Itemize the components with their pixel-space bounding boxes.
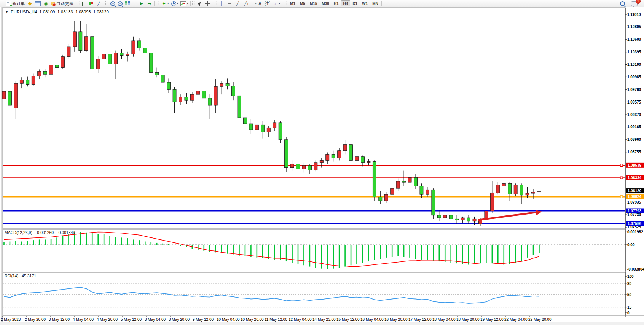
candle	[243, 118, 247, 124]
timeframe-mn[interactable]: MN	[370, 0, 381, 6]
macd-panel[interactable]	[3, 229, 625, 271]
time-label: 4 May 20:00	[97, 317, 118, 322]
macd-name: MACD(12,26,9)	[5, 230, 32, 235]
auto-scroll-button[interactable]: ▶	[137, 0, 145, 6]
bar-chart-button[interactable]	[81, 0, 88, 6]
price-tick-label: 1.11010	[627, 13, 641, 17]
toolbar-grip	[192, 1, 195, 6]
timeframe-h1[interactable]: H1	[332, 0, 341, 6]
timeframe-h4[interactable]: H4	[341, 0, 351, 6]
candle	[520, 185, 523, 195]
candlestick-chart-button[interactable]	[88, 0, 95, 6]
timeframe-d1[interactable]: D1	[350, 0, 360, 6]
tile-windows-button[interactable]	[124, 0, 131, 6]
time-label: 16 May 04:00	[360, 317, 384, 322]
auto-trading-button[interactable]: 自动交易	[50, 0, 74, 6]
chat-button[interactable]: 1	[630, 0, 639, 6]
price-panel[interactable]	[3, 8, 625, 228]
candle	[338, 151, 341, 158]
candle	[255, 125, 258, 130]
line-chart-button[interactable]: ╱	[95, 0, 103, 6]
price-tick-label: 1.08755	[627, 150, 641, 154]
rsi-axis-label: 80	[627, 282, 632, 286]
crosshair-button[interactable]	[204, 0, 211, 6]
zoom-out-button[interactable]	[116, 0, 124, 6]
dropdown-caret-icon[interactable]: ▾	[187, 2, 188, 5]
dropdown-caret-icon[interactable]: ▾	[177, 2, 179, 5]
new-order-button[interactable]: 新订单	[5, 0, 26, 6]
candle	[84, 37, 88, 51]
time-label: 11 May 12:00	[265, 317, 287, 322]
candle	[420, 186, 423, 194]
indicators-button[interactable]: +▾	[160, 0, 170, 6]
new-order-button-label: 新订单	[12, 1, 25, 6]
candle	[343, 145, 347, 151]
periods-button[interactable]: ▾	[170, 0, 180, 6]
chart-shift-button[interactable]: ↦	[145, 0, 153, 6]
text-button[interactable]: A	[256, 0, 264, 6]
vertical-line-button[interactable]: │	[218, 0, 226, 6]
toolbar-right: 1	[619, 0, 644, 6]
shapes-button[interactable]: ↕▾	[271, 0, 282, 6]
timeframe-w1[interactable]: W1	[360, 0, 370, 6]
collapse-triangle-icon[interactable]: ▼	[5, 10, 8, 14]
toolbar-grip	[134, 1, 136, 6]
market-watch-button[interactable]: ◆	[26, 0, 34, 6]
candle	[67, 47, 70, 57]
cursor-button[interactable]	[196, 0, 204, 6]
toolbar-separator	[282, 1, 282, 6]
channel-button[interactable]: ╱	[242, 0, 250, 6]
timeframe-m30[interactable]: M30	[319, 0, 331, 6]
level-line-handle[interactable]	[620, 164, 623, 166]
toolbar-grip	[1, 1, 3, 6]
signals-button[interactable]: ◉	[42, 0, 50, 6]
trendline-button[interactable]: ╱	[234, 0, 242, 6]
toolbar-grip	[105, 1, 108, 6]
candle	[355, 157, 359, 161]
chart-canvas[interactable]: 1.110101.108051.106001.103951.101901.099…	[0, 7, 644, 325]
horizontal-line-button[interactable]: ─	[226, 0, 234, 6]
price-tick-label: 1.10190	[627, 62, 641, 67]
vline-icon: │	[219, 1, 225, 6]
candle	[296, 164, 300, 169]
templates-button[interactable]: ▾	[179, 0, 190, 6]
candle	[173, 89, 176, 102]
time-label: 18 May 04:00	[432, 317, 456, 322]
price-line-label: 1.08539	[628, 163, 642, 167]
level-line-handle[interactable]	[620, 177, 623, 179]
candle	[267, 128, 270, 132]
new-order-icon	[6, 1, 11, 6]
candle	[279, 123, 282, 140]
zoom-in-button[interactable]	[109, 0, 116, 6]
price-tick-label: 1.08960	[627, 137, 641, 142]
label-button[interactable]: T	[264, 0, 271, 6]
symbol-period-label: EURUSD-,H4	[11, 10, 37, 14]
time-label: 10 May 20:00	[241, 317, 264, 322]
candle	[167, 82, 171, 89]
time-label: 2 May 20:00	[25, 317, 46, 322]
level-line-handle[interactable]	[620, 196, 623, 198]
candle	[285, 140, 288, 168]
toolbar-separator	[190, 1, 191, 6]
terminal-button[interactable]	[34, 0, 42, 6]
macd-axis-label: 0.00	[627, 243, 635, 247]
autoscroll-icon: ▶	[139, 1, 144, 6]
price-line-label: 1.08024	[628, 194, 642, 199]
candle	[461, 218, 464, 220]
timeframe-m1[interactable]: M1	[288, 0, 298, 6]
search-button[interactable]	[619, 0, 626, 6]
candle	[432, 190, 435, 215]
dropdown-caret-icon[interactable]: ▾	[167, 2, 169, 5]
toolbar-grip	[77, 1, 80, 6]
candle	[320, 160, 323, 162]
time-label: 10 May 04:00	[217, 317, 240, 322]
dropdown-caret-icon[interactable]: ▾	[279, 2, 281, 5]
fibonacci-button[interactable]	[250, 0, 256, 6]
candle	[20, 80, 23, 84]
timeframe-m15[interactable]: M15	[308, 0, 319, 6]
toolbar-separator	[381, 1, 382, 6]
candle	[26, 80, 29, 85]
chart-window: 1.110101.108051.106001.103951.101901.099…	[0, 7, 644, 325]
rsi-panel[interactable]	[3, 272, 625, 316]
timeframe-m5[interactable]: M5	[298, 0, 308, 6]
